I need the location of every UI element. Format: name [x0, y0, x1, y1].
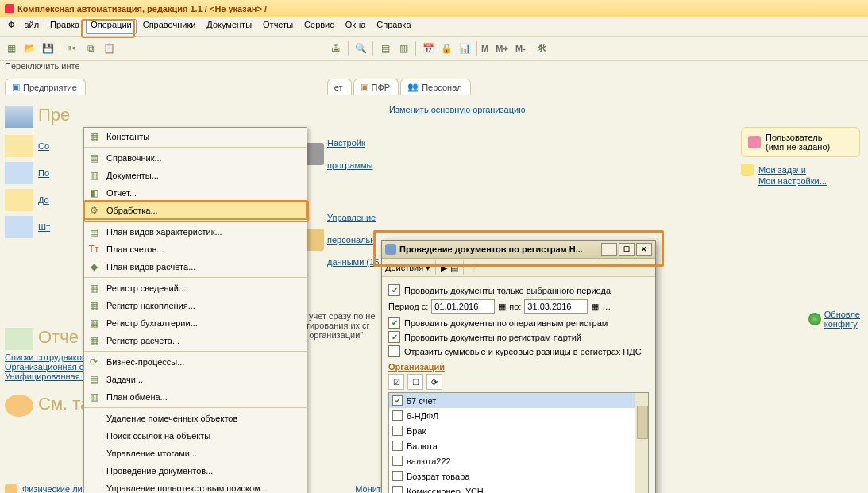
- tb-save-icon[interactable]: 💾: [40, 40, 56, 56]
- org-scrollbar[interactable]: [635, 393, 648, 493]
- org-list[interactable]: ✔57 счет 6-НДФЛ Брак Валюта валюта222 Во…: [388, 392, 649, 493]
- dd-plan-calc[interactable]: ◆План видов расчета...: [84, 258, 307, 275]
- tb-tools-icon[interactable]: 🛠: [534, 40, 550, 56]
- menu-windows[interactable]: Окна: [341, 19, 371, 34]
- tb-doc2-icon[interactable]: ▥: [395, 40, 411, 56]
- menu-reports[interactable]: Отчеты: [258, 19, 298, 34]
- tb-mplus[interactable]: M+: [496, 44, 508, 53]
- org-tb-refresh-icon[interactable]: ⟳: [426, 374, 442, 390]
- org-tb-check-icon[interactable]: ☑: [388, 374, 404, 390]
- dd-reference[interactable]: ▤Справочник...: [84, 149, 307, 167]
- dd-reg-accum[interactable]: ▦Регистр накопления...: [84, 297, 307, 314]
- dlg-close-button[interactable]: ✕: [636, 243, 652, 256]
- tb-chart-icon[interactable]: 📊: [457, 40, 473, 56]
- input-date-from[interactable]: [431, 299, 495, 314]
- update-link[interactable]: Обновлеконфигу: [808, 310, 860, 329]
- tab-personnel[interactable]: 👥Персонал: [400, 79, 471, 95]
- tb-m[interactable]: M: [481, 44, 488, 53]
- menu-ref[interactable]: Справочники: [138, 19, 201, 34]
- seealso-icon: [5, 395, 33, 417]
- dlg-actions[interactable]: Действия ▾: [385, 263, 430, 273]
- switch-interface[interactable]: Переключить инте: [0, 61, 868, 75]
- link-phys[interactable]: Физические лица: [22, 484, 92, 493]
- org-item-0[interactable]: ✔57 счет: [389, 393, 648, 408]
- reports-icon: [5, 328, 33, 350]
- employees-icon: [5, 135, 33, 157]
- date-from-picker-icon[interactable]: ▦: [498, 302, 506, 312]
- dlg-max-button[interactable]: ☐: [619, 243, 635, 256]
- menu-help[interactable]: Справка: [372, 19, 415, 34]
- menu-docs[interactable]: Документы: [202, 19, 257, 34]
- org-item-2[interactable]: Брак: [389, 423, 648, 438]
- link-my-settings[interactable]: Мои настройки...: [758, 176, 827, 186]
- date-to-picker-icon[interactable]: ▦: [591, 302, 599, 312]
- tb-calendar-icon[interactable]: 📅: [420, 40, 436, 56]
- link-tasks[interactable]: Мои задачи: [758, 165, 806, 175]
- org-item-3[interactable]: Валюта: [389, 438, 648, 453]
- link-personal2[interactable]: персональн: [327, 235, 379, 245]
- link-personal1[interactable]: Управление: [327, 213, 379, 222]
- section-reports: Отче: [38, 327, 79, 348]
- link-settings2[interactable]: программы: [327, 160, 372, 170]
- period-picker-button[interactable]: …: [602, 302, 618, 311]
- org-item-6[interactable]: Комиссионер_УСН: [389, 483, 648, 493]
- dlg-min-button[interactable]: _: [601, 243, 617, 256]
- menu-file[interactable]: Файл: [3, 19, 44, 34]
- dd-plan-exch[interactable]: ▥План обмена...: [84, 388, 307, 406]
- chk-oper[interactable]: ✔: [388, 317, 400, 329]
- menu-edit[interactable]: Правка: [45, 19, 84, 34]
- tb-doc-icon[interactable]: ▤: [377, 40, 393, 56]
- note-icon: [741, 164, 754, 176]
- org-item-4[interactable]: валюта222: [389, 453, 648, 468]
- org-item-5[interactable]: Возврат товара: [389, 468, 648, 483]
- dlg-help-icon[interactable]: ❔: [469, 263, 480, 273]
- dd-reg-calc[interactable]: ▦Регистр расчета...: [84, 332, 307, 349]
- dd-documents[interactable]: ▥Документы...: [84, 167, 307, 184]
- link-personal3[interactable]: данными (15: [327, 257, 379, 267]
- operations-dropdown: ▦Константы ▤Справочник... ▥Документы... …: [83, 127, 307, 493]
- tb-copy-icon[interactable]: ⧉: [83, 40, 98, 56]
- dd-plan-char[interactable]: ▤План видов характеристик...: [84, 223, 307, 241]
- dd-report[interactable]: ◧Отчет...: [84, 184, 307, 202]
- link-positions[interactable]: До: [38, 195, 49, 205]
- org-tb-uncheck-icon[interactable]: ☐: [407, 374, 423, 390]
- dd-plan-accounts[interactable]: ТтПлан счетов...: [84, 241, 307, 258]
- dd-post-docs[interactable]: Проведение документов...: [84, 462, 307, 480]
- tb-open-icon[interactable]: 📂: [21, 40, 37, 56]
- link-depts[interactable]: По: [38, 168, 49, 178]
- tab-enterprise[interactable]: ▣Предприятие: [5, 79, 86, 95]
- dlg-tb-icon1[interactable]: ▶: [441, 263, 447, 273]
- link-employees[interactable]: Со: [38, 141, 49, 151]
- dd-fulltext[interactable]: Управление полнотекстовым поиском...: [84, 480, 307, 493]
- menu-operations[interactable]: Операции: [86, 19, 136, 34]
- dd-manage-totals[interactable]: Управление итогами...: [84, 445, 307, 462]
- dd-delete-marked[interactable]: Удаление помеченных объектов: [84, 410, 307, 427]
- menu-service[interactable]: Сервис: [299, 19, 339, 34]
- chk-period-only[interactable]: ✔: [388, 284, 400, 296]
- tab-unknown[interactable]: ет: [327, 79, 352, 95]
- input-date-to[interactable]: [524, 299, 588, 314]
- dd-tasks[interactable]: ▤Задачи...: [84, 371, 307, 388]
- tab-pfr[interactable]: ▣ПФР: [353, 79, 399, 95]
- dd-constants[interactable]: ▦Константы: [84, 128, 307, 145]
- chk-vat[interactable]: [388, 345, 400, 357]
- dd-processing[interactable]: ⚙Обработка...: [84, 202, 307, 219]
- link-settings[interactable]: Настройк: [327, 138, 372, 148]
- tb-lock-icon[interactable]: 🔒: [438, 40, 454, 56]
- dlg-tb-icon2[interactable]: ▤: [450, 263, 458, 273]
- tb-new-icon[interactable]: ▦: [3, 40, 19, 56]
- dd-reg-ledger[interactable]: ▦Регистр бухгалтерии...: [84, 314, 307, 332]
- tb-print-icon[interactable]: 🖶: [328, 40, 344, 56]
- tb-paste-icon[interactable]: 📋: [101, 40, 117, 56]
- dd-bp[interactable]: ⟳Бизнес-процессы...: [84, 353, 307, 371]
- tb-find-icon[interactable]: 🔍: [353, 40, 368, 56]
- dd-reg-info[interactable]: ▦Регистр сведений...: [84, 279, 307, 297]
- link-staff[interactable]: Шт: [38, 222, 50, 232]
- chk-batch[interactable]: ✔: [388, 331, 400, 343]
- dd-find-refs[interactable]: Поиск ссылок на объекты: [84, 427, 307, 445]
- link-change-org[interactable]: Изменить основную организацию: [389, 105, 548, 114]
- tb-cut-icon[interactable]: ✂: [64, 40, 80, 56]
- dlg-icon: [385, 244, 396, 255]
- tb-mminus[interactable]: M-: [515, 44, 526, 53]
- org-item-1[interactable]: 6-НДФЛ: [389, 408, 648, 423]
